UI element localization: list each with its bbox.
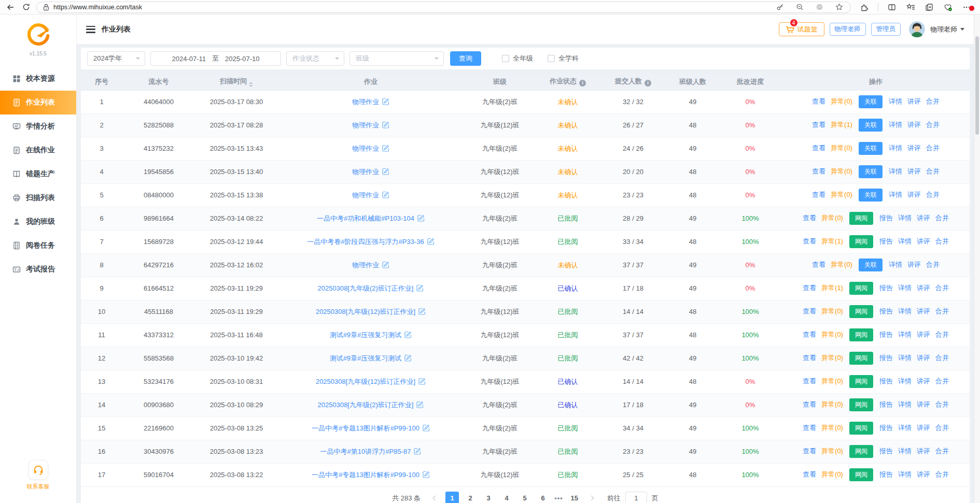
role-button-teacher[interactable]: 物理老师 (830, 23, 866, 36)
merge-link[interactable]: 合并 (935, 284, 949, 292)
merge-link[interactable]: 合并 (935, 354, 949, 362)
view-link[interactable]: 查看 (803, 307, 816, 315)
all-grades-checkbox[interactable]: 全年级 (502, 54, 533, 63)
detail-link[interactable]: 详情 (889, 97, 902, 105)
homework-title-link[interactable]: 测试#9章#压强复习测试 (330, 354, 402, 362)
merge-link[interactable]: 合并 (935, 447, 949, 455)
detail-link[interactable]: 详情 (898, 377, 912, 385)
merge-link[interactable]: 合并 (926, 121, 940, 128)
merge-link[interactable]: 合并 (926, 191, 940, 198)
refresh-icon[interactable] (21, 2, 31, 12)
sidebar-item-1[interactable]: 校本资源 (0, 67, 76, 91)
browser-essentials-icon[interactable] (943, 2, 953, 12)
page-number-6[interactable]: 6 (536, 492, 550, 503)
homework-title-link[interactable]: 物理作业 (352, 98, 379, 106)
edit-icon[interactable] (404, 354, 412, 362)
detail-link[interactable]: 详情 (889, 121, 902, 128)
browser-menu-icon[interactable] (961, 2, 972, 12)
homework-title-link[interactable]: 物理作业 (352, 168, 379, 176)
abnormal-link[interactable]: 异常(0) (831, 261, 852, 268)
report-link[interactable]: 报告 (879, 470, 893, 478)
abnormal-link[interactable]: 异常(0) (821, 214, 843, 222)
homework-title-link[interactable]: 一品中考#专题13图片解析#P99-100 (312, 471, 419, 479)
report-link[interactable]: 报告 (879, 284, 893, 292)
edit-icon[interactable] (414, 448, 421, 455)
merge-link[interactable]: 合并 (926, 97, 940, 105)
detail-link[interactable]: 详情 (898, 307, 912, 315)
sidebar-item-9[interactable]: 考试报告 (0, 257, 76, 281)
view-link[interactable]: 查看 (803, 400, 816, 408)
merge-link[interactable]: 合并 (935, 470, 949, 478)
homework-title-link[interactable]: 一品中考卷#阶段四压强与浮力#P33-36 (307, 238, 424, 246)
merge-link[interactable]: 合并 (926, 167, 940, 175)
abnormal-link[interactable]: 异常(0) (821, 424, 843, 432)
homework-title-link[interactable]: 物理作业 (352, 261, 379, 269)
sidebar-item-6[interactable]: 扫描列表 (0, 186, 76, 210)
edit-icon[interactable] (416, 401, 424, 408)
site-lock-icon[interactable] (43, 4, 49, 11)
comment-link[interactable]: 讲评 (907, 167, 921, 175)
edit-icon[interactable] (417, 214, 425, 222)
page-number-4[interactable]: 4 (500, 492, 513, 503)
relate-button[interactable]: 关联 (859, 95, 883, 108)
detail-link[interactable]: 详情 (898, 400, 912, 408)
scrollbar-thumb[interactable] (975, 36, 979, 135)
online-review-button[interactable]: 网阅 (849, 328, 873, 341)
online-review-button[interactable]: 网阅 (849, 398, 873, 411)
abnormal-link[interactable]: 异常(0) (821, 447, 843, 455)
sidebar-item-8[interactable]: 阅卷任务 (0, 234, 76, 257)
all-subjects-checkbox[interactable]: 全学科 (548, 54, 579, 63)
comment-link[interactable]: 讲评 (917, 284, 930, 292)
view-link[interactable]: 查看 (803, 284, 816, 292)
page-number-15[interactable]: 15 (568, 492, 581, 503)
edit-icon[interactable] (427, 238, 435, 245)
view-link[interactable]: 查看 (812, 167, 825, 175)
url-text[interactable]: https://www.mihuixue.com/task (53, 4, 142, 11)
homework-title-link[interactable]: 测试#9章#压强复习测试 (330, 331, 402, 339)
extensions-icon[interactable] (859, 2, 870, 12)
sidebar-item-2[interactable]: 作业列表 (0, 91, 76, 114)
report-link[interactable]: 报告 (879, 330, 893, 338)
abnormal-link[interactable]: 异常(0) (821, 307, 843, 315)
school-year-select[interactable]: 2024学年 (87, 51, 145, 66)
abnormal-link[interactable]: 异常(0) (821, 330, 843, 338)
page-ellipsis[interactable]: ••• (554, 494, 563, 502)
abnormal-link[interactable]: 异常(0) (821, 470, 843, 478)
edit-icon[interactable] (418, 378, 426, 385)
view-link[interactable]: 查看 (803, 470, 816, 478)
relate-button[interactable]: 关联 (859, 142, 883, 155)
view-link[interactable]: 查看 (803, 447, 816, 455)
zoom-out-icon[interactable] (794, 2, 805, 12)
homework-title-link[interactable]: 物理作业 (352, 121, 379, 129)
merge-link[interactable]: 合并 (935, 400, 949, 408)
detail-link[interactable]: 详情 (898, 237, 912, 245)
detail-link[interactable]: 详情 (889, 144, 902, 152)
comment-link[interactable]: 讲评 (907, 191, 921, 198)
view-link[interactable]: 查看 (803, 377, 816, 385)
report-link[interactable]: 报告 (879, 424, 893, 432)
sidebar-item-3[interactable]: 学情分析 (0, 114, 76, 138)
online-review-button[interactable]: 网阅 (849, 422, 873, 435)
abnormal-link[interactable]: 异常(0) (831, 167, 852, 175)
view-link[interactable]: 查看 (812, 261, 825, 268)
detail-link[interactable]: 详情 (898, 447, 912, 455)
detail-link[interactable]: 详情 (898, 470, 912, 478)
comment-link[interactable]: 讲评 (917, 470, 930, 478)
comment-link[interactable]: 讲评 (917, 330, 930, 338)
class-select[interactable]: 班级 (349, 51, 444, 66)
merge-link[interactable]: 合并 (935, 214, 949, 222)
prev-page-button[interactable] (428, 492, 441, 503)
view-link[interactable]: 查看 (812, 191, 825, 198)
page-number-3[interactable]: 3 (482, 492, 495, 503)
collapse-menu-icon[interactable] (86, 26, 95, 33)
window-scrollbar[interactable] (974, 15, 980, 503)
question-basket-button[interactable]: 试题篮 4 (779, 22, 824, 36)
view-link[interactable]: 查看 (812, 121, 825, 128)
abnormal-link[interactable]: 异常(1) (821, 284, 843, 292)
abnormal-link[interactable]: 异常(0) (821, 400, 843, 408)
detail-link[interactable]: 详情 (898, 330, 912, 338)
role-button-admin[interactable]: 管理员 (871, 23, 901, 36)
page-number-2[interactable]: 2 (464, 492, 477, 503)
comment-link[interactable]: 讲评 (907, 97, 921, 105)
col-scan-time[interactable]: 扫描时间 (195, 74, 278, 90)
